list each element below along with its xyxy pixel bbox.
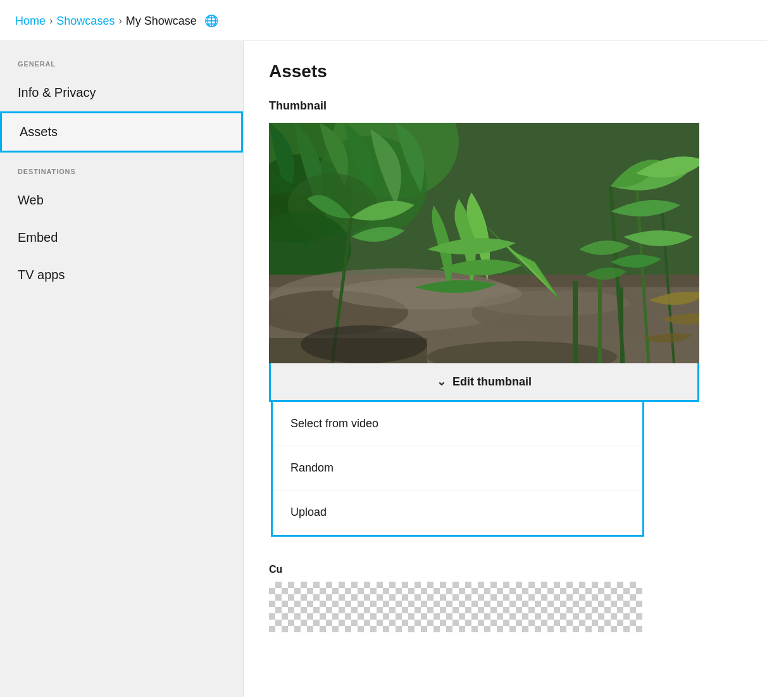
svg-rect-23 <box>598 268 602 363</box>
svg-point-14 <box>478 291 630 316</box>
edit-thumbnail-section: ⌄ Edit thumbnail Select from video Rando… <box>269 363 699 402</box>
sidebar-item-tv-apps[interactable]: TV apps <box>0 256 243 294</box>
breadcrumb-home[interactable]: Home <box>15 15 46 28</box>
breadcrumb-separator-1: › <box>49 15 53 27</box>
sidebar-item-info-privacy-label: Info & Privacy <box>18 85 96 99</box>
sidebar-item-embed-label: Embed <box>18 230 58 244</box>
sidebar: GENERAL Info & Privacy Assets DESTINATIO… <box>0 41 244 697</box>
edit-thumbnail-dropdown: Select from video Random Upload <box>271 402 644 537</box>
breadcrumb: Home › Showcases › My Showcase 🌐 <box>0 0 767 41</box>
upload-label: Upload <box>290 506 327 518</box>
edit-thumbnail-button[interactable]: ⌄ Edit thumbnail <box>269 363 699 402</box>
breadcrumb-current: My Showcase <box>126 15 197 28</box>
dropdown-item-upload[interactable]: Upload <box>273 491 642 535</box>
svg-rect-24 <box>620 287 623 363</box>
page-title: Assets <box>269 61 742 82</box>
custom-thumbnail-label: Cu <box>269 564 742 575</box>
sidebar-item-info-privacy[interactable]: Info & Privacy <box>0 74 243 111</box>
random-label: Random <box>290 461 334 474</box>
sidebar-item-tv-apps-label: TV apps <box>18 268 65 282</box>
sidebar-item-embed[interactable]: Embed <box>0 219 243 256</box>
select-from-video-label: Select from video <box>290 417 378 430</box>
sidebar-item-assets-label: Assets <box>20 125 58 139</box>
general-section-label: GENERAL <box>0 60 243 74</box>
breadcrumb-showcases[interactable]: Showcases <box>56 15 115 28</box>
svg-rect-22 <box>573 281 578 363</box>
main-layout: GENERAL Info & Privacy Assets DESTINATIO… <box>0 41 767 697</box>
thumbnail-section-title: Thumbnail <box>269 99 742 113</box>
main-content: Assets Thumbnail <box>244 41 767 697</box>
breadcrumb-separator-2: › <box>118 15 122 27</box>
sidebar-item-assets[interactable]: Assets <box>0 111 243 153</box>
thumbnail-image-container <box>269 123 699 363</box>
dropdown-item-select-from-video[interactable]: Select from video <box>273 402 642 446</box>
thumbnail-image <box>269 123 699 363</box>
chevron-down-icon: ⌄ <box>437 375 446 389</box>
edit-thumbnail-label: Edit thumbnail <box>452 375 532 389</box>
destinations-section-label: DESTINATIONS <box>0 153 243 182</box>
sidebar-item-web-label: Web <box>18 193 44 207</box>
dropdown-item-random[interactable]: Random <box>273 446 642 491</box>
sidebar-item-web[interactable]: Web <box>0 182 243 219</box>
custom-thumbnail-checkerboard <box>269 582 642 632</box>
globe-icon: 🌐 <box>204 14 218 28</box>
custom-thumbnail-section: Cu <box>269 554 742 632</box>
svg-rect-21 <box>269 338 427 363</box>
